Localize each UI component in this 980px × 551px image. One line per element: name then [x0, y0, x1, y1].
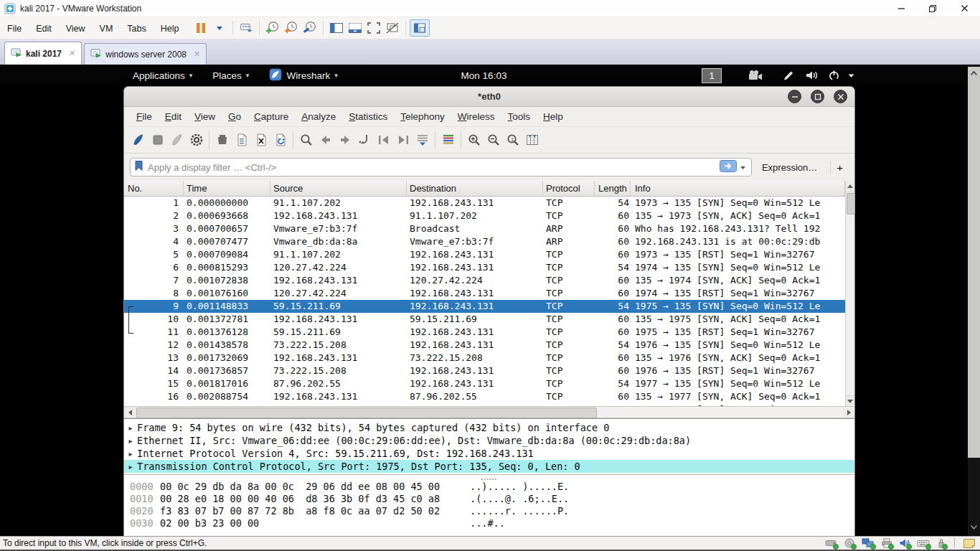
find-icon[interactable]: [296, 130, 316, 150]
hex-row[interactable]: 001000 28 e0 18 00 00 40 06 d8 36 3b 0f …: [130, 493, 854, 505]
packet-row[interactable]: 100.001372781192.168.243.13159.15.211.69…: [124, 313, 845, 326]
packet-row[interactable]: 10.00000000091.1.107.202192.168.243.131T…: [124, 197, 845, 209]
keyboard-icon[interactable]: [917, 538, 930, 548]
packet-row[interactable]: 110.00137612859.15.211.69192.168.243.131…: [124, 326, 845, 339]
tab-close-icon[interactable]: ✕: [194, 50, 200, 59]
cd-dvd-icon[interactable]: [844, 538, 855, 548]
wireshark-menu-capture[interactable]: Capture: [248, 111, 295, 122]
go-first-icon[interactable]: [374, 130, 393, 150]
power-icon[interactable]: [828, 70, 840, 81]
go-to-packet-icon[interactable]: [354, 130, 374, 150]
console-scroll-up-button[interactable]: [968, 67, 980, 79]
expander-icon[interactable]: ▸: [124, 450, 137, 458]
screen-record-icon[interactable]: [748, 70, 763, 81]
usb-icon[interactable]: [936, 538, 946, 548]
column-header-source[interactable]: Source: [270, 181, 407, 196]
workspace-indicator[interactable]: 1: [702, 68, 722, 83]
console-vscrollbar[interactable]: [968, 67, 980, 536]
console-scroll-down-button[interactable]: [968, 524, 980, 530]
gnome-clock[interactable]: Mon 16:03: [461, 70, 507, 81]
auto-scroll-icon[interactable]: [413, 130, 432, 150]
vmware-menu-vm[interactable]: VM: [93, 24, 121, 34]
snapshot-take-icon[interactable]: [263, 19, 282, 37]
hex-row[interactable]: 0020f3 83 07 b7 00 87 72 8b a8 f8 0c aa …: [130, 505, 854, 517]
wireshark-minimize-button[interactable]: [788, 90, 801, 103]
vmware-minimize-button[interactable]: [885, 0, 917, 17]
vmware-menu-file[interactable]: File: [0, 24, 29, 34]
colorize-icon[interactable]: [438, 130, 458, 150]
packet-row[interactable]: 150.00181701687.96.202.55192.168.243.131…: [124, 377, 845, 390]
capture-options-icon[interactable]: [187, 130, 206, 150]
sound-icon[interactable]: [899, 538, 910, 548]
expander-icon[interactable]: ▸: [124, 437, 137, 445]
file-open-icon[interactable]: [212, 130, 232, 150]
scroll-left-button[interactable]: [124, 407, 136, 418]
scroll-down-button[interactable]: [846, 395, 854, 406]
library-panel-icon[interactable]: [327, 19, 346, 37]
vmware-menu-help[interactable]: Help: [154, 24, 187, 34]
packet-row[interactable]: 140.00173685773.222.15.208192.168.243.13…: [124, 364, 845, 377]
detail-row[interactable]: ▸Internet Protocol Version 4, Src: 59.15…: [124, 447, 854, 460]
file-save-icon[interactable]: [232, 130, 251, 150]
wireshark-maximize-button[interactable]: [811, 90, 824, 103]
message-log-icon[interactable]: [963, 538, 976, 549]
vmware-menu-tabs[interactable]: Tabs: [120, 24, 153, 34]
go-back-icon[interactable]: [316, 130, 335, 150]
vm-tab-kali-2017[interactable]: kali 2017✕: [4, 42, 82, 65]
wireshark-menu-file[interactable]: File: [130, 111, 159, 122]
hard-disk-icon[interactable]: [825, 538, 837, 548]
network-adapter-icon[interactable]: [862, 538, 875, 548]
pen-icon[interactable]: [782, 70, 795, 81]
packet-list-vscrollbar[interactable]: [845, 181, 854, 406]
packet-row[interactable]: 40.000707477Vmware_db:da:8aVmware_e7:b3:…: [124, 235, 845, 248]
detail-row[interactable]: ▸Frame 9: 54 bytes on wire (432 bits), 5…: [124, 421, 854, 434]
packet-row[interactable]: 20.000693668192.168.243.13191.1.107.202T…: [124, 209, 845, 222]
column-header-length[interactable]: Length: [595, 181, 631, 196]
vmware-close-button[interactable]: [948, 0, 980, 17]
wireshark-titlebar[interactable]: *eth0: [124, 87, 854, 107]
display-filter-input[interactable]: Apply a display filter … <Ctrl-/>: [130, 158, 752, 176]
fullscreen-icon[interactable]: [364, 19, 383, 37]
wireshark-menu-go[interactable]: Go: [222, 111, 248, 122]
wireshark-close-button[interactable]: [834, 90, 847, 103]
vmware-menu-edit[interactable]: Edit: [29, 24, 59, 34]
vmware-restore-button[interactable]: [917, 0, 948, 17]
resize-columns-icon[interactable]: [522, 130, 542, 150]
wireshark-menu-statistics[interactable]: Statistics: [342, 111, 394, 122]
file-reload-icon[interactable]: [270, 130, 290, 150]
packet-row[interactable]: 90.00114883359.15.211.69192.168.243.131T…: [124, 300, 845, 313]
packet-row[interactable]: 130.001732069192.168.243.13173.222.15.20…: [124, 352, 845, 364]
pane-splitter-grip[interactable]: ••••••: [481, 476, 498, 482]
zoom-out-icon[interactable]: [484, 130, 503, 150]
volume-icon[interactable]: [805, 70, 819, 81]
column-header-time[interactable]: Time: [184, 181, 270, 196]
packet-list-hscrollbar[interactable]: [124, 406, 854, 418]
expression-button[interactable]: Expression…: [762, 162, 817, 173]
expander-icon[interactable]: ▸: [124, 463, 137, 471]
capture-start-icon[interactable]: [128, 130, 148, 150]
chevron-down-icon[interactable]: [847, 70, 855, 80]
wireshark-menu-wireless[interactable]: Wireless: [451, 111, 501, 122]
hex-row[interactable]: 003002 00 b3 23 00 00...#..: [130, 517, 854, 529]
wireshark-menu-tools[interactable]: Tools: [501, 111, 537, 122]
vscroll-thumb[interactable]: [847, 193, 855, 215]
capture-stop-icon[interactable]: [148, 130, 167, 150]
packet-row[interactable]: 160.002088754192.168.243.13187.96.202.55…: [124, 390, 845, 403]
console-scroll-thumb[interactable]: [968, 79, 980, 458]
gnome-menu-places[interactable]: Places▾: [212, 70, 249, 81]
printer-icon[interactable]: [881, 538, 892, 548]
unity-mode-icon[interactable]: [383, 19, 402, 37]
expander-icon[interactable]: ▸: [124, 424, 137, 432]
console-view-icon[interactable]: [410, 19, 430, 37]
go-last-icon[interactable]: [393, 130, 413, 150]
column-header-protocol[interactable]: Protocol: [543, 181, 595, 196]
packet-row[interactable]: 30.000700657Vmware_e7:b3:7fBroadcastARP6…: [124, 222, 845, 235]
add-filter-button[interactable]: +: [830, 161, 849, 174]
tab-close-icon[interactable]: ✕: [69, 49, 75, 58]
hex-row[interactable]: 000000 0c 29 db da 8a 00 0c 29 06 dd ee …: [130, 481, 854, 493]
pause-icon[interactable]: [192, 19, 210, 37]
hscroll-thumb[interactable]: [136, 408, 597, 418]
snapshot-manage-icon[interactable]: [301, 19, 319, 37]
detail-row[interactable]: ▸Ethernet II, Src: Vmware_06:dd:ee (00:0…: [124, 434, 854, 447]
gnome-menu-wireshark[interactable]: Wireshark▾: [269, 68, 337, 83]
